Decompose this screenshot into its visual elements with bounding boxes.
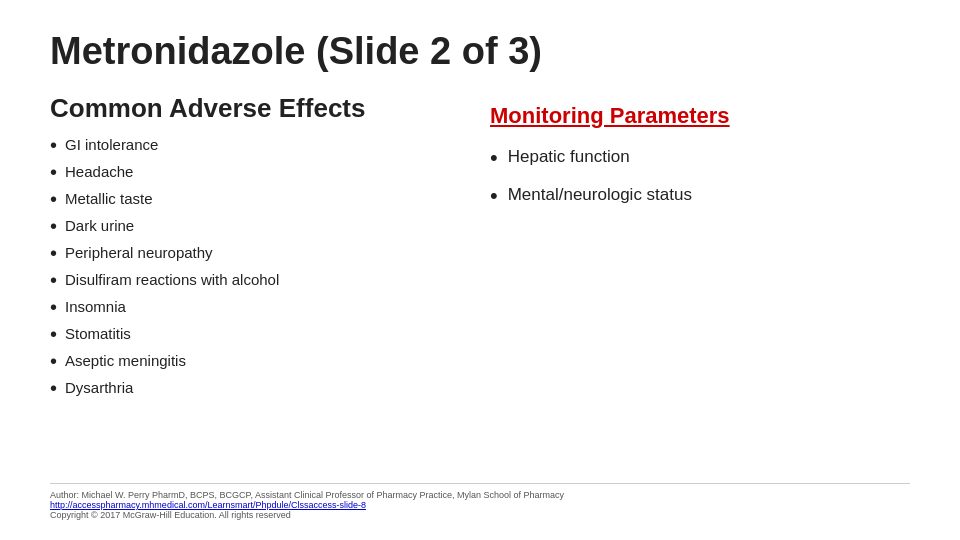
slide-title: Metronidazole (Slide 2 of 3) xyxy=(50,30,910,73)
list-item: Dark urine xyxy=(50,217,470,238)
list-item: Hepatic function xyxy=(490,147,910,171)
adverse-effects-heading: Common Adverse Effects xyxy=(50,93,470,124)
footer-copyright: Copyright © 2017 McGraw-Hill Education. … xyxy=(50,510,910,520)
list-item: Stomatitis xyxy=(50,325,470,346)
monitoring-list: Hepatic functionMental/neurologic status xyxy=(490,147,910,223)
right-column: Monitoring Parameters Hepatic functionMe… xyxy=(490,93,910,475)
left-column: Common Adverse Effects GI intoleranceHea… xyxy=(50,93,470,475)
list-item: Metallic taste xyxy=(50,190,470,211)
footer: Author: Michael W. Perry PharmD, BCPS, B… xyxy=(50,483,910,520)
content-area: Common Adverse Effects GI intoleranceHea… xyxy=(50,93,910,475)
list-item: Aseptic meningitis xyxy=(50,352,470,373)
list-item: Dysarthria xyxy=(50,379,470,400)
list-item: Disulfiram reactions with alcohol xyxy=(50,271,470,292)
slide-container: Metronidazole (Slide 2 of 3) Common Adve… xyxy=(0,0,960,540)
list-item: Insomnia xyxy=(50,298,470,319)
list-item: Headache xyxy=(50,163,470,184)
adverse-effects-list: GI intoleranceHeadacheMetallic tasteDark… xyxy=(50,136,470,406)
list-item: Mental/neurologic status xyxy=(490,185,910,209)
footer-link[interactable]: http://accesspharmacy.mhmedical.com/Lear… xyxy=(50,500,910,510)
list-item: Peripheral neuropathy xyxy=(50,244,470,265)
list-item: GI intolerance xyxy=(50,136,470,157)
footer-author: Author: Michael W. Perry PharmD, BCPS, B… xyxy=(50,490,910,500)
monitoring-heading: Monitoring Parameters xyxy=(490,103,910,129)
